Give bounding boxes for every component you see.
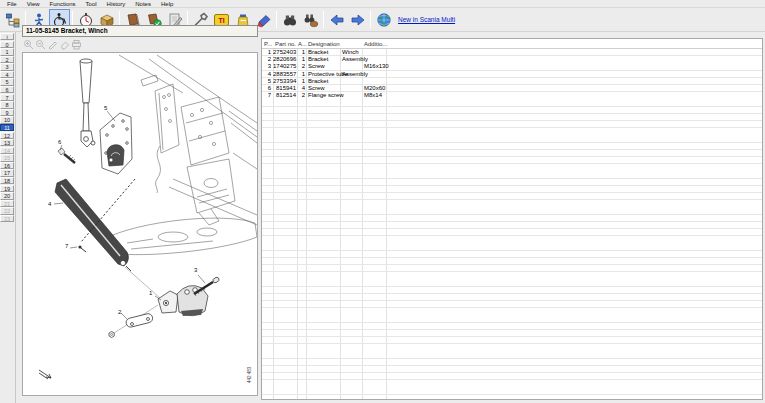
group-number-button[interactable]: 9 <box>0 109 14 116</box>
menu-bar: FileViewFunctionsToolHistoryNotesHelp <box>0 0 765 8</box>
cell-designation: Flange screw <box>308 92 344 99</box>
cell-qty: 2 <box>298 63 305 70</box>
cell-usage: Assembly <box>342 71 368 78</box>
group-number-button[interactable]: 21 <box>0 200 14 207</box>
cell-pos: 6 <box>262 85 271 92</box>
group-number-button[interactable]: 17 <box>0 169 14 176</box>
menu-item[interactable]: Notes <box>130 0 156 8</box>
table-body: 1 2752403 1 Bracket Winch 2 2820696 1 Br… <box>262 49 762 399</box>
cell-pos: 5 <box>262 78 271 85</box>
callout-2[interactable]: 2 <box>118 309 121 315</box>
pen-icon[interactable] <box>47 39 58 50</box>
print-icon[interactable] <box>71 39 82 50</box>
header-designation[interactable]: Designation <box>308 39 340 49</box>
zoom-in-icon[interactable] <box>23 39 34 50</box>
menu-item[interactable]: File <box>2 0 22 8</box>
cell-qty: 1 <box>298 56 305 63</box>
header-additional[interactable]: Additio... <box>364 39 387 49</box>
cell-additional: M8x14 <box>364 92 382 99</box>
group-number-button[interactable]: 5 <box>0 78 14 85</box>
eraser-tool-icon[interactable] <box>59 39 70 50</box>
cell-pos: 4 <box>262 71 271 78</box>
header-qty[interactable]: A... <box>298 39 307 49</box>
group-number-button[interactable]: 20 <box>0 192 14 199</box>
cell-designation: Screw <box>308 85 325 92</box>
cell-qty: 1 <box>298 71 305 78</box>
drawing-toolbar <box>23 39 82 50</box>
table-row[interactable]: 4 2883557 1 Protective tube Assembly <box>262 71 762 78</box>
new-in-scania-multi-link[interactable]: New in Scania Multi <box>398 16 455 23</box>
group-number-button[interactable]: 13 <box>0 139 14 146</box>
group-number-button[interactable]: 1 <box>0 48 14 55</box>
cell-additional: M20x60 <box>364 85 385 92</box>
table-row[interactable]: 5 2753394 1 Bracket <box>262 78 762 85</box>
scania-multi-window: FileViewFunctionsToolHistoryNotesHelp <box>0 0 765 403</box>
table-row[interactable]: 7 812514 2 Flange screw M8x14 <box>262 92 762 99</box>
callout-5[interactable]: 5 <box>104 105 107 111</box>
group-number-button[interactable]: 3 <box>0 63 14 70</box>
callout-6[interactable]: 6 <box>58 139 61 145</box>
ti-label: TI <box>214 14 229 26</box>
header-pos[interactable]: P... <box>264 39 272 49</box>
group-number-button[interactable]: 4 <box>0 71 14 78</box>
navigate-forward-icon[interactable] <box>347 9 368 30</box>
menu-item[interactable]: Functions <box>45 0 81 8</box>
group-number-button[interactable]: i <box>0 33 14 40</box>
page-title: 11-05-8145 Bracket, Winch <box>22 25 258 37</box>
group-number-button[interactable]: 23 <box>0 215 14 222</box>
callout-1[interactable]: 1 <box>149 290 152 296</box>
cell-usage: Assembly <box>342 56 368 63</box>
cell-designation: Bracket <box>308 49 328 56</box>
group-number-button[interactable]: 11 <box>0 124 14 131</box>
parts-table: P... Part no. A... Designation Additio..… <box>261 38 763 400</box>
cell-pos: 2 <box>262 56 271 63</box>
cell-part-no: 812514 <box>273 92 296 99</box>
table-row[interactable]: 2 2820696 1 Bracket Assembly <box>262 56 762 63</box>
cell-part-no: 815941 <box>273 85 296 92</box>
group-number-button[interactable]: 15 <box>0 154 14 161</box>
group-number-button[interactable]: 10 <box>0 116 14 123</box>
toolbar-separator <box>370 11 371 28</box>
callout-4[interactable]: 4 <box>48 201 51 207</box>
parts-tree-icon[interactable] <box>2 9 23 30</box>
group-number-button[interactable]: 6 <box>0 86 14 93</box>
cell-designation: Bracket <box>308 56 328 63</box>
menu-item[interactable]: Tool <box>81 0 102 8</box>
cell-usage: Winch <box>342 49 359 56</box>
table-row[interactable]: 3 1740275 2 Screw M16x130 <box>262 63 762 70</box>
cell-part-no: 2752403 <box>273 49 296 56</box>
web-globe-icon[interactable] <box>373 9 394 30</box>
group-number-button[interactable]: 19 <box>0 185 14 192</box>
callout-3[interactable]: 3 <box>194 267 197 273</box>
group-number-button[interactable]: 16 <box>0 162 14 169</box>
table-header: P... Part no. A... Designation Additio..… <box>262 39 762 49</box>
cell-qty: 1 <box>298 49 305 56</box>
menu-item[interactable]: View <box>22 0 45 8</box>
group-number-button[interactable]: 0 <box>0 41 14 48</box>
group-number-button[interactable]: 22 <box>0 207 14 214</box>
cell-qty: 4 <box>298 85 305 92</box>
group-number-button[interactable]: 18 <box>0 177 14 184</box>
cell-part-no: 2753394 <box>273 78 296 85</box>
group-number-button[interactable]: 12 <box>0 132 14 139</box>
header-part-no[interactable]: Part no. <box>275 39 296 49</box>
cell-part-no: 1740275 <box>273 63 296 70</box>
cell-additional: M16x130 <box>364 63 389 70</box>
drawing-panel: 1 2 3 4 5 6 7 442 483 <box>22 52 258 396</box>
group-number-button[interactable]: 8 <box>0 101 14 108</box>
navigate-back-icon[interactable] <box>326 9 347 30</box>
group-number-sidebar: i01234567891011121314151617181920212223 <box>0 33 14 222</box>
menu-item[interactable]: Help <box>156 0 178 8</box>
cell-pos: 1 <box>262 49 271 56</box>
group-number-button[interactable]: 7 <box>0 94 14 101</box>
cell-qty: 2 <box>298 92 305 99</box>
callout-7[interactable]: 7 <box>65 243 68 249</box>
search-binoculars-icon[interactable] <box>279 9 300 30</box>
menu-item[interactable]: History <box>102 0 131 8</box>
table-row[interactable]: 1 2752403 1 Bracket Winch <box>262 49 762 56</box>
group-number-button[interactable]: 2 <box>0 56 14 63</box>
zoom-out-icon[interactable] <box>35 39 46 50</box>
group-number-button[interactable]: 14 <box>0 147 14 154</box>
search-result-icon[interactable] <box>300 9 321 30</box>
table-row[interactable]: 6 815941 4 Screw M20x60 <box>262 85 762 92</box>
